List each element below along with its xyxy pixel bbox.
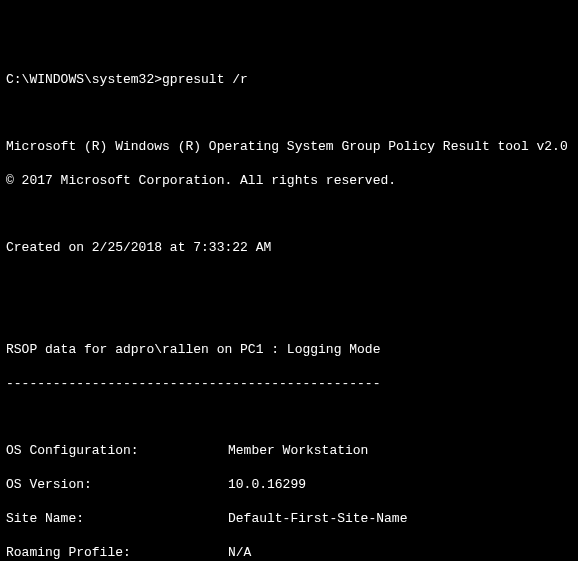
site-name-row: Site Name:Default-First-Site-Name (6, 511, 572, 528)
os-config-value: Member Workstation (228, 443, 368, 460)
os-config-label: OS Configuration: (6, 443, 228, 460)
blank-line (6, 105, 572, 122)
roaming-profile-value: N/A (228, 545, 251, 562)
prompt-path: C:\WINDOWS\system32> (6, 72, 162, 87)
os-version-value: 10.0.16299 (228, 477, 306, 494)
rsop-header: RSOP data for adpro\rallen on PC1 : Logg… (6, 342, 572, 359)
blank-line (6, 207, 572, 224)
rsop-divider: ----------------------------------------… (6, 376, 572, 393)
blank-line (6, 308, 572, 325)
os-version-row: OS Version:10.0.16299 (6, 477, 572, 494)
tool-header-1: Microsoft (R) Windows (R) Operating Syst… (6, 139, 572, 156)
blank-line (6, 274, 572, 291)
roaming-profile-row: Roaming Profile:N/A (6, 545, 572, 562)
os-config-row: OS Configuration:Member Workstation (6, 443, 572, 460)
os-version-label: OS Version: (6, 477, 228, 494)
site-name-value: Default-First-Site-Name (228, 511, 407, 528)
roaming-profile-label: Roaming Profile: (6, 545, 228, 562)
command-text: gpresult /r (162, 72, 248, 87)
created-on: Created on ‎2/‎25/‎2018 at 7:33:22 AM (6, 240, 572, 257)
blank-line (6, 409, 572, 426)
command-prompt-line[interactable]: C:\WINDOWS\system32>gpresult /r (6, 72, 572, 89)
site-name-label: Site Name: (6, 511, 228, 528)
tool-header-2: © 2017 Microsoft Corporation. All rights… (6, 173, 572, 190)
